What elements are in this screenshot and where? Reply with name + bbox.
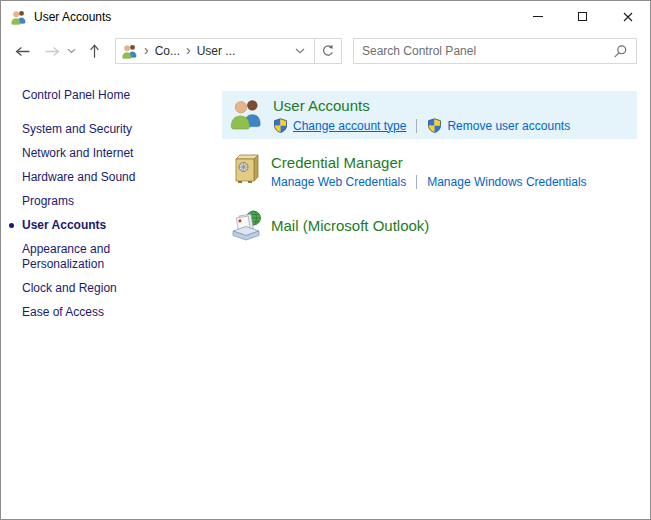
credential-manager-safe-icon [230, 153, 262, 185]
sidebar-item-clock-and-region[interactable]: Clock and Region [22, 281, 177, 296]
window-body: Control Panel Home System and Security N… [1, 70, 650, 519]
sidebar-item-control-panel-home[interactable]: Control Panel Home [22, 88, 177, 103]
forward-arrow-icon [44, 46, 61, 57]
title-bar: User Accounts [1, 1, 650, 32]
breadcrumb[interactable]: › Co... › User ... [115, 38, 342, 64]
close-button[interactable] [605, 1, 650, 32]
window-title: User Accounts [34, 10, 515, 24]
user-accounts-title-link[interactable]: User Accounts [273, 97, 370, 114]
task-remove-user-accounts[interactable]: Remove user accounts [427, 118, 570, 133]
breadcrumb-separator[interactable]: › [186, 43, 191, 59]
recent-locations-button[interactable] [65, 48, 78, 54]
task-manage-web-credentials[interactable]: Manage Web Credentials [271, 175, 406, 189]
breadcrumb-item-user-accounts[interactable]: User ... [197, 44, 236, 58]
user-accounts-icon [230, 96, 264, 130]
mail-title-link[interactable]: Mail (Microsoft Outlook) [271, 217, 429, 234]
chevron-down-icon [67, 48, 76, 54]
user-accounts-window-icon[interactable] [11, 9, 27, 25]
sidebar-item-hardware-and-sound[interactable]: Hardware and Sound [22, 170, 177, 185]
refresh-icon [321, 44, 335, 58]
main-content: User Accounts Change account type Remove… [222, 70, 650, 519]
search-icon [613, 44, 628, 59]
minimize-button[interactable] [515, 1, 560, 32]
sidebar-item-programs[interactable]: Programs [22, 194, 177, 209]
task-manage-windows-credentials[interactable]: Manage Windows Credentials [427, 175, 586, 189]
refresh-button[interactable] [314, 39, 341, 63]
task-separator [416, 175, 417, 189]
sidebar-item-appearance-and-personalization[interactable]: Appearance and Personalization [22, 242, 177, 272]
item-credential-manager: Credential Manager Manage Web Credential… [222, 148, 637, 195]
sidebar-item-system-and-security[interactable]: System and Security [22, 122, 177, 137]
control-panel-window: User Accounts › Co... › User ... [0, 0, 651, 520]
mail-icon [230, 209, 262, 241]
uac-shield-icon [427, 118, 442, 133]
window-controls [515, 1, 650, 32]
minimize-icon [533, 16, 543, 17]
maximize-button[interactable] [560, 1, 605, 32]
up-arrow-icon [89, 43, 100, 59]
back-arrow-icon [14, 46, 31, 57]
breadcrumb-separator[interactable]: › [144, 43, 149, 59]
location-icon [122, 43, 138, 59]
search-box [353, 38, 637, 64]
item-user-accounts: User Accounts Change account type Remove… [222, 91, 637, 139]
credential-manager-title-link[interactable]: Credential Manager [271, 154, 403, 171]
active-bullet-icon [9, 223, 14, 228]
sidebar-item-network-and-internet[interactable]: Network and Internet [22, 146, 177, 161]
task-separator [416, 119, 417, 133]
task-change-account-type[interactable]: Change account type [273, 118, 406, 133]
address-dropdown-icon[interactable] [295, 48, 305, 54]
sidebar-item-ease-of-access[interactable]: Ease of Access [22, 305, 177, 320]
up-button[interactable] [82, 43, 106, 59]
item-mail: Mail (Microsoft Outlook) [222, 204, 637, 247]
breadcrumb-item-control-panel[interactable]: Co... [155, 44, 180, 58]
uac-shield-icon [273, 118, 288, 133]
sidebar: Control Panel Home System and Security N… [1, 70, 222, 519]
maximize-icon [578, 12, 587, 21]
forward-button[interactable] [40, 46, 64, 57]
close-icon [623, 12, 633, 22]
navigation-toolbar: › Co... › User ... [1, 32, 650, 70]
sidebar-item-user-accounts[interactable]: User Accounts [22, 218, 177, 233]
back-button[interactable] [10, 46, 34, 57]
search-input[interactable] [354, 39, 636, 63]
